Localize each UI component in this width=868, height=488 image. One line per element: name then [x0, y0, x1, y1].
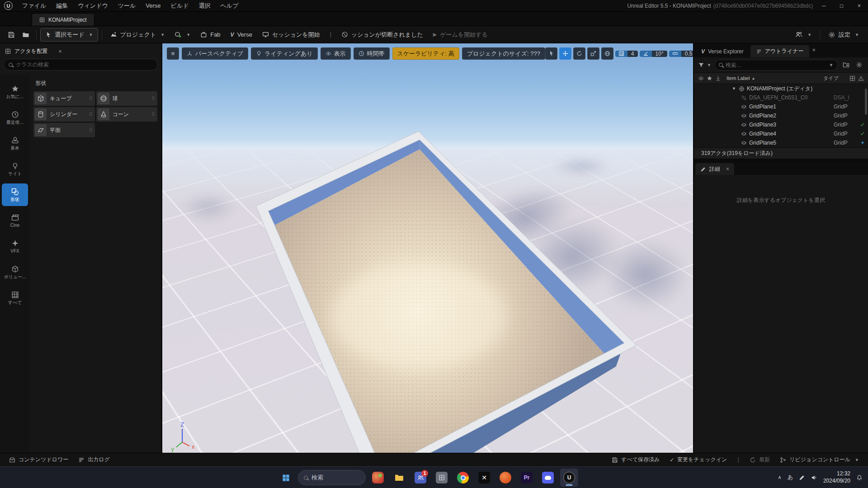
content-browser-button[interactable]	[19, 28, 33, 42]
maximize-button[interactable]: □	[833, 0, 850, 11]
expand-arrow-icon[interactable]: ▼	[732, 86, 736, 91]
outliner-row-gridplane[interactable]: GridPlane2 GridP	[694, 111, 868, 120]
notifications-bell-icon[interactable]	[856, 474, 863, 481]
all-saved-button[interactable]: すべて保存済み	[608, 455, 663, 465]
scale-tool-button[interactable]	[587, 47, 599, 60]
checkin-changes-button[interactable]: ✓ 変更をチェックイン	[666, 455, 731, 465]
outliner-row-gridplane[interactable]: GridPlane1 GridP	[694, 102, 868, 111]
scale-snap-control[interactable]: 0.5	[669, 51, 693, 57]
save-button[interactable]	[5, 28, 18, 42]
revision-control-dropdown[interactable]: リビジョンコントロール ▼	[776, 455, 863, 465]
outliner-row-world[interactable]: ▼ KONAMIProject (エディタ)	[694, 84, 868, 93]
shape-item-cylinder[interactable]: シリンダー⠿	[33, 107, 95, 122]
angle-snap-icon[interactable]	[640, 51, 652, 57]
outliner-row-device[interactable]: DSA_UEFN_Ch5S1_C0 DSA_I	[694, 93, 868, 102]
outliner-settings-button[interactable]	[854, 60, 864, 70]
outliner-row-gridplane[interactable]: GridPlane5 GridP+	[694, 138, 868, 147]
show-flags-dropdown[interactable]: 表示	[321, 47, 351, 60]
category-favorites[interactable]: お気に...	[2, 80, 28, 103]
volume-icon[interactable]	[811, 474, 817, 481]
menu-help[interactable]: ヘルプ	[216, 0, 244, 11]
drag-handle-icon[interactable]: ⠿	[89, 112, 92, 117]
close-icon[interactable]: ×	[58, 48, 62, 55]
source-control-column-icon[interactable]	[849, 75, 855, 81]
new-folder-button[interactable]	[841, 60, 851, 70]
settings-dropdown[interactable]: 設定▼	[824, 28, 863, 42]
minimize-button[interactable]: ─	[815, 0, 833, 11]
outliner-search-input[interactable]	[726, 62, 825, 68]
view-mode-dropdown[interactable]: ライティングあり	[251, 47, 317, 60]
ime-indicator[interactable]: あ	[788, 474, 793, 481]
category-recent[interactable]: 最近使...	[2, 106, 28, 129]
clock[interactable]: 12:32 2024/09/20	[823, 470, 850, 484]
latest-button[interactable]: 最新	[746, 455, 774, 465]
select-mode-dropdown[interactable]: 選択モード▼	[40, 28, 98, 42]
category-basic[interactable]: 基本	[2, 132, 28, 155]
content-drawer-button[interactable]: コンテンツドロワー	[5, 455, 72, 465]
discord-button[interactable]	[539, 469, 557, 487]
time-of-day-button[interactable]: 時間帯	[354, 47, 390, 60]
favorite-column-icon[interactable]	[707, 75, 712, 81]
project-size-button[interactable]: プロジェクトのサイズ: ???	[462, 47, 545, 60]
app-button[interactable]	[433, 469, 451, 487]
category-shapes[interactable]: 形状	[2, 183, 28, 206]
class-search-box[interactable]	[4, 59, 158, 70]
rotation-snap-control[interactable]: 10°	[640, 51, 667, 57]
menu-verse[interactable]: Verse	[141, 0, 165, 11]
outliner-search-box[interactable]: ▼	[714, 60, 838, 70]
tab-details[interactable]: 詳細 ×	[695, 163, 734, 175]
outliner-row-gridplane[interactable]: GridPlane3 GridP✓	[694, 120, 868, 129]
unreal-taskbar-button[interactable]: U	[560, 469, 578, 487]
menu-edit[interactable]: 編集	[51, 0, 73, 11]
outliner-filter-button[interactable]: ▼	[698, 62, 711, 68]
pen-icon[interactable]	[799, 474, 805, 481]
category-volumes[interactable]: ボリュー...	[2, 261, 28, 283]
pin-column-icon[interactable]	[715, 75, 721, 81]
viewport-3d[interactable]: Z x y ≡ パースペクティブ ライティングあり	[162, 43, 693, 453]
fab-button[interactable]: Fab	[196, 28, 225, 42]
move-tool-button[interactable]	[559, 47, 571, 60]
perspective-dropdown[interactable]: パースペクティブ	[182, 47, 248, 60]
scale-snap-icon[interactable]	[669, 51, 681, 57]
menu-build[interactable]: ビルド	[166, 0, 194, 11]
warning-column-icon[interactable]	[858, 75, 864, 81]
session-more-button[interactable]: ⋮	[326, 31, 336, 38]
menu-window[interactable]: ウィンドウ	[73, 0, 113, 11]
start-button[interactable]	[277, 469, 295, 487]
chrome-button[interactable]	[454, 469, 472, 487]
tab-verse-explorer[interactable]: V Verse Explorer	[695, 45, 750, 57]
shape-item-plane[interactable]: 平面⠿	[33, 123, 95, 137]
world-space-toggle[interactable]	[601, 47, 613, 60]
scrollbar[interactable]	[865, 89, 867, 115]
scalability-button[interactable]: スケーラビリティ: 高	[392, 47, 459, 60]
taskbar-search-box[interactable]: 検索	[298, 470, 366, 485]
tab-konamiproject[interactable]: KONAMIProject	[32, 13, 94, 26]
shape-item-sphere[interactable]: 球⠿	[96, 91, 158, 106]
menu-file[interactable]: ファイル	[17, 0, 51, 11]
close-button[interactable]: ×	[850, 0, 868, 11]
category-cinematic[interactable]: Cine	[2, 209, 28, 232]
unreal-logo-icon[interactable]: U	[4, 1, 13, 10]
start-session-button[interactable]: セッションを開始	[258, 28, 325, 42]
add-actor-dropdown[interactable]: ▼	[170, 28, 195, 42]
close-icon[interactable]: ×	[812, 47, 816, 55]
grid-snap-control[interactable]: 4	[615, 51, 638, 57]
close-icon[interactable]: ×	[726, 166, 729, 172]
verse-button[interactable]: V Verse	[226, 28, 257, 42]
multi-user-dropdown[interactable]: ▼	[791, 28, 816, 42]
output-log-button[interactable]: 出力ログ	[75, 455, 113, 465]
visibility-column-icon[interactable]	[698, 75, 704, 81]
grid-snap-icon[interactable]	[615, 51, 627, 57]
tab-outliner[interactable]: アウトライナー	[750, 45, 810, 57]
column-type[interactable]: タイプ	[823, 75, 847, 82]
column-item-label[interactable]: Item Label▲	[726, 75, 755, 81]
game-app-button[interactable]	[496, 469, 514, 487]
drag-handle-icon[interactable]: ⠿	[151, 96, 155, 102]
category-lights[interactable]: ライト	[2, 158, 28, 180]
x-app-button[interactable]: ✕	[475, 469, 493, 487]
category-vfx[interactable]: VFX	[2, 235, 28, 258]
drag-handle-icon[interactable]: ⠿	[151, 112, 155, 117]
outliner-row-gridplane[interactable]: GridPlane4 GridP✓	[694, 129, 868, 138]
tray-overflow-chevron-icon[interactable]: ∧	[778, 474, 782, 480]
menu-select[interactable]: 選択	[194, 0, 216, 11]
